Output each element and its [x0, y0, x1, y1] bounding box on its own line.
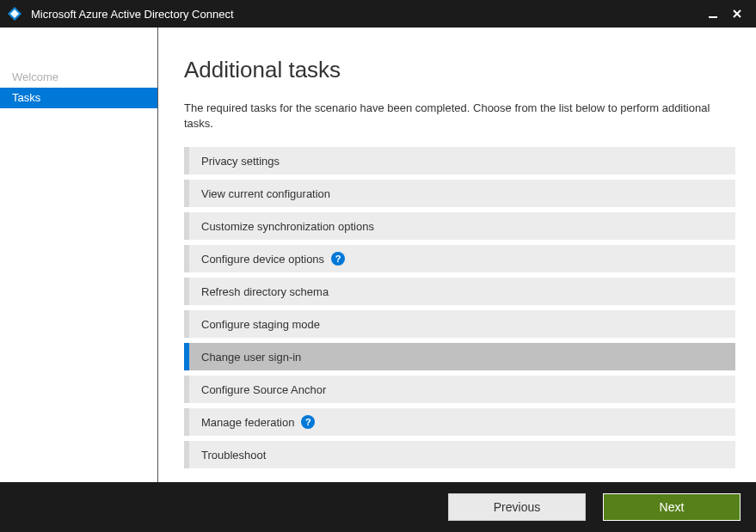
minimize-button[interactable]: [701, 0, 725, 28]
task-item-label: Change user sign-in: [201, 351, 301, 364]
task-item-label: Troubleshoot: [201, 449, 266, 462]
task-item[interactable]: Configure Source Anchor: [184, 376, 735, 403]
task-item[interactable]: View current configuration: [184, 180, 735, 207]
task-list: Privacy settingsView current configurati…: [184, 147, 735, 468]
task-item[interactable]: Configure staging mode: [184, 310, 735, 338]
task-item-label: Manage federation: [201, 416, 294, 429]
sidebar-item-welcome[interactable]: Welcome: [0, 67, 157, 88]
task-item-label: View current configuration: [201, 187, 330, 200]
task-item[interactable]: Privacy settings: [184, 147, 735, 174]
sidebar-item-label: Welcome: [12, 70, 58, 83]
task-item[interactable]: Refresh directory schema: [184, 278, 735, 305]
help-icon[interactable]: ?: [301, 415, 315, 429]
app-logo-icon: [7, 6, 22, 21]
content-area: WelcomeTasks Additional tasks The requir…: [0, 28, 756, 482]
task-item-label: Configure Source Anchor: [201, 383, 326, 396]
page-title: Additional tasks: [184, 57, 735, 83]
task-item[interactable]: Customize synchronization options: [184, 212, 735, 240]
task-item-label: Refresh directory schema: [201, 285, 329, 298]
main-panel: Additional tasks The required tasks for …: [158, 28, 756, 482]
task-item[interactable]: Configure device options?: [184, 245, 735, 272]
next-button[interactable]: Next: [603, 493, 741, 521]
footer: Previous Next: [0, 482, 756, 532]
svg-rect-3: [709, 16, 717, 18]
help-icon[interactable]: ?: [331, 252, 345, 266]
sidebar-item-tasks[interactable]: Tasks: [0, 88, 157, 108]
sidebar-item-label: Tasks: [12, 91, 40, 104]
close-button[interactable]: [725, 0, 749, 28]
titlebar: Microsoft Azure Active Directory Connect: [0, 0, 756, 28]
window-title: Microsoft Azure Active Directory Connect: [31, 8, 234, 21]
task-item-label: Configure staging mode: [201, 318, 320, 331]
task-item-label: Privacy settings: [201, 155, 280, 168]
previous-button[interactable]: Previous: [448, 493, 586, 521]
page-description: The required tasks for the scenario have…: [184, 101, 734, 131]
task-item-label: Customize synchronization options: [201, 220, 374, 233]
task-item[interactable]: Change user sign-in: [184, 343, 735, 370]
task-item[interactable]: Manage federation?: [184, 408, 735, 436]
task-item-label: Configure device options: [201, 253, 324, 266]
sidebar: WelcomeTasks: [0, 28, 158, 482]
task-item[interactable]: Troubleshoot: [184, 441, 735, 468]
